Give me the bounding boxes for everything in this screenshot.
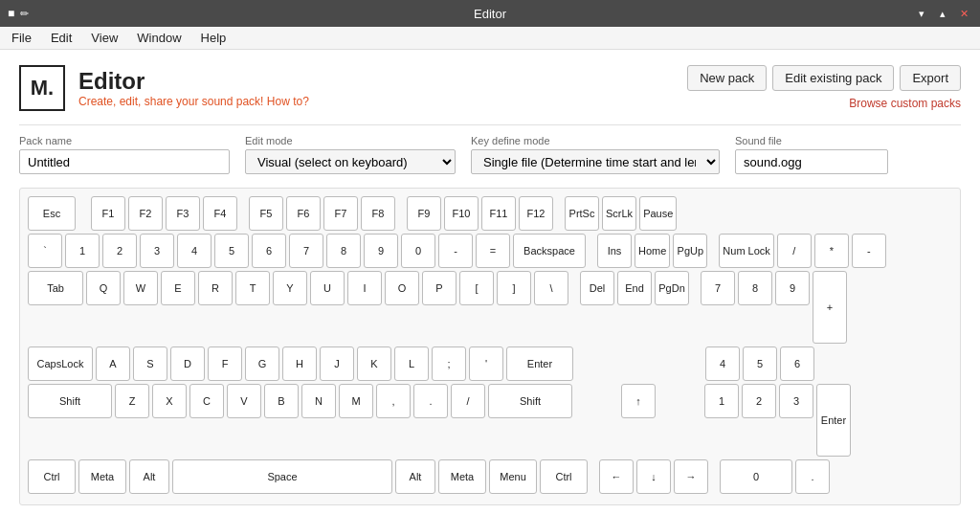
key-f12[interactable]: F12 bbox=[519, 196, 553, 231]
key-num7[interactable]: 7 bbox=[701, 271, 735, 305]
key-backspace[interactable]: Backspace bbox=[513, 234, 586, 268]
key-left[interactable]: ← bbox=[599, 459, 634, 494]
key-a[interactable]: A bbox=[96, 346, 130, 381]
key-num2[interactable]: 2 bbox=[742, 384, 776, 418]
key-f4[interactable]: F4 bbox=[203, 196, 237, 231]
key-menu[interactable]: Menu bbox=[489, 459, 537, 494]
key-num3[interactable]: 3 bbox=[779, 384, 813, 418]
key-num9[interactable]: 9 bbox=[775, 271, 810, 305]
key-i[interactable]: I bbox=[347, 271, 382, 305]
sound-file-input[interactable] bbox=[735, 149, 888, 174]
export-button[interactable]: Export bbox=[900, 65, 961, 91]
key-down[interactable]: ↓ bbox=[636, 459, 671, 494]
key-z[interactable]: Z bbox=[115, 384, 149, 418]
key-f[interactable]: F bbox=[208, 346, 242, 381]
key-nummul[interactable]: * bbox=[814, 234, 849, 268]
key-v[interactable]: V bbox=[227, 384, 261, 418]
maximize-button[interactable]: ▴ bbox=[934, 5, 951, 22]
key-8[interactable]: 8 bbox=[326, 234, 361, 268]
key-num8[interactable]: 8 bbox=[738, 271, 772, 305]
menu-edit[interactable]: Edit bbox=[47, 29, 76, 47]
key-semicolon[interactable]: ; bbox=[432, 346, 466, 381]
key-scrlk[interactable]: ScrLk bbox=[602, 196, 636, 231]
key-del[interactable]: Del bbox=[580, 271, 614, 305]
key-e[interactable]: E bbox=[161, 271, 195, 305]
key-r[interactable]: R bbox=[198, 271, 233, 305]
key-meta-left[interactable]: Meta bbox=[78, 459, 126, 494]
key-shift-left[interactable]: Shift bbox=[28, 384, 112, 418]
key-up[interactable]: ↑ bbox=[621, 384, 656, 418]
key-space[interactable]: Space bbox=[172, 459, 392, 494]
key-f6[interactable]: F6 bbox=[286, 196, 321, 231]
key-period[interactable]: . bbox=[413, 384, 448, 418]
key-ctrl-left[interactable]: Ctrl bbox=[28, 459, 76, 494]
key-1[interactable]: 1 bbox=[65, 234, 100, 268]
key-numenter[interactable]: Enter bbox=[816, 384, 851, 457]
key-capslock[interactable]: CapsLock bbox=[28, 346, 93, 381]
edit-existing-button[interactable]: Edit existing pack bbox=[772, 65, 894, 91]
key-numlock[interactable]: Num Lock bbox=[719, 234, 774, 268]
key-num0[interactable]: 0 bbox=[720, 459, 792, 494]
key-numdiv[interactable]: / bbox=[777, 234, 812, 268]
key-num5[interactable]: 5 bbox=[743, 346, 777, 381]
key-minus[interactable]: - bbox=[438, 234, 473, 268]
key-tab[interactable]: Tab bbox=[28, 271, 83, 305]
key-backslash[interactable]: \ bbox=[534, 271, 568, 305]
key-f5[interactable]: F5 bbox=[249, 196, 283, 231]
key-ins[interactable]: Ins bbox=[597, 234, 632, 268]
key-o[interactable]: O bbox=[385, 271, 419, 305]
key-rbracket[interactable]: ] bbox=[497, 271, 531, 305]
key-9[interactable]: 9 bbox=[364, 234, 398, 268]
new-pack-button[interactable]: New pack bbox=[687, 65, 767, 91]
key-lbracket[interactable]: [ bbox=[459, 271, 494, 305]
key-f1[interactable]: F1 bbox=[91, 196, 125, 231]
key-num6[interactable]: 6 bbox=[780, 346, 814, 381]
browse-link[interactable]: Browse custom packs bbox=[849, 97, 961, 110]
key-k[interactable]: K bbox=[357, 346, 391, 381]
key-shift-right[interactable]: Shift bbox=[488, 384, 572, 418]
menu-help[interactable]: Help bbox=[197, 29, 231, 47]
key-num4[interactable]: 4 bbox=[705, 346, 740, 381]
key-end[interactable]: End bbox=[617, 271, 652, 305]
key-numplus[interactable]: + bbox=[813, 271, 847, 344]
close-button[interactable]: ✕ bbox=[955, 5, 972, 22]
menu-window[interactable]: Window bbox=[133, 29, 185, 47]
key-l[interactable]: L bbox=[394, 346, 429, 381]
key-comma[interactable]: , bbox=[376, 384, 411, 418]
key-alt-right[interactable]: Alt bbox=[395, 459, 435, 494]
key-s[interactable]: S bbox=[133, 346, 167, 381]
key-0[interactable]: 0 bbox=[401, 234, 435, 268]
key-p[interactable]: P bbox=[422, 271, 457, 305]
key-num1[interactable]: 1 bbox=[704, 384, 739, 418]
key-ctrl-right[interactable]: Ctrl bbox=[540, 459, 588, 494]
key-right[interactable]: → bbox=[674, 459, 708, 494]
key-7[interactable]: 7 bbox=[289, 234, 323, 268]
key-h[interactable]: H bbox=[282, 346, 317, 381]
key-prtsc[interactable]: PrtSc bbox=[565, 196, 599, 231]
key-mode-select[interactable]: Single file (Determine time start and le… bbox=[471, 149, 720, 174]
key-t[interactable]: T bbox=[235, 271, 270, 305]
key-f10[interactable]: F10 bbox=[444, 196, 479, 231]
key-quote[interactable]: ' bbox=[469, 346, 503, 381]
key-alt-left[interactable]: Alt bbox=[129, 459, 169, 494]
key-numminus[interactable]: - bbox=[852, 234, 886, 268]
key-numdot[interactable]: . bbox=[795, 459, 830, 494]
key-f2[interactable]: F2 bbox=[128, 196, 163, 231]
key-slash[interactable]: / bbox=[451, 384, 485, 418]
key-meta-right[interactable]: Meta bbox=[438, 459, 486, 494]
edit-mode-select[interactable]: Visual (select on keyboard) bbox=[245, 149, 456, 174]
key-q[interactable]: Q bbox=[86, 271, 121, 305]
key-enter[interactable]: Enter bbox=[506, 346, 573, 381]
key-pause[interactable]: Pause bbox=[639, 196, 677, 231]
key-u[interactable]: U bbox=[310, 271, 345, 305]
key-g[interactable]: G bbox=[245, 346, 279, 381]
key-f7[interactable]: F7 bbox=[323, 196, 358, 231]
key-b[interactable]: B bbox=[264, 384, 299, 418]
pack-name-input[interactable] bbox=[19, 149, 230, 174]
key-pgup[interactable]: PgUp bbox=[673, 234, 707, 268]
key-5[interactable]: 5 bbox=[214, 234, 249, 268]
menu-view[interactable]: View bbox=[87, 29, 122, 47]
key-f3[interactable]: F3 bbox=[166, 196, 200, 231]
key-f11[interactable]: F11 bbox=[481, 196, 516, 231]
key-x[interactable]: X bbox=[152, 384, 187, 418]
